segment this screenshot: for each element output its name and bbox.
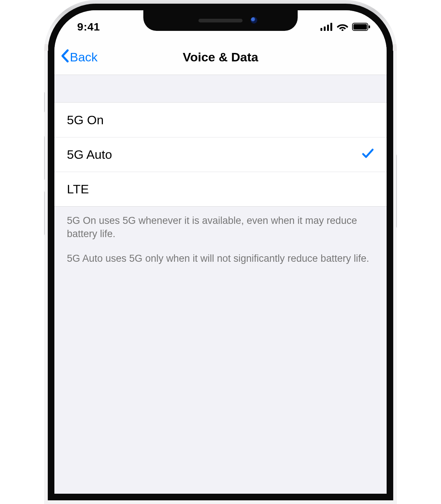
option-label: 5G Auto: [67, 147, 112, 162]
page-title: Voice & Data: [183, 50, 258, 64]
option-5g-on[interactable]: 5G On: [54, 103, 387, 137]
checkmark-icon: [362, 147, 374, 162]
wifi-icon: [337, 23, 348, 31]
volume-down-button: [44, 191, 45, 235]
footer-description: 5G On uses 5G whenever it is available, …: [54, 207, 387, 265]
group-spacer: [54, 75, 387, 102]
mute-switch: [44, 92, 45, 112]
svg-rect-2: [327, 25, 329, 31]
phone-frame: 9:41: [44, 0, 397, 504]
footer-paragraph-2: 5G Auto uses 5G only when it will not si…: [67, 252, 374, 265]
back-button[interactable]: Back: [60, 49, 98, 66]
chevron-left-icon: [60, 49, 69, 66]
svg-rect-6: [354, 24, 367, 30]
footer-paragraph-1: 5G On uses 5G whenever it is available, …: [67, 214, 374, 241]
svg-point-4: [341, 29, 343, 31]
svg-rect-7: [369, 25, 370, 28]
option-list: 5G On 5G Auto LTE: [54, 102, 387, 207]
svg-rect-0: [320, 28, 322, 31]
speaker-grille: [198, 19, 243, 22]
volume-up-button: [44, 136, 45, 180]
svg-rect-1: [324, 26, 326, 31]
phone-bezel: 9:41: [48, 4, 393, 500]
antenna-band-left: [44, 44, 48, 51]
status-time: 9:41: [71, 21, 100, 33]
content-area: 5G On 5G Auto LTE 5: [54, 75, 387, 494]
option-lte[interactable]: LTE: [54, 172, 387, 206]
svg-rect-3: [330, 23, 332, 31]
option-5g-auto[interactable]: 5G Auto: [54, 137, 387, 172]
screen: 9:41: [54, 10, 387, 494]
navigation-bar: Back Voice & Data: [54, 40, 387, 75]
power-button: [396, 154, 397, 228]
status-indicators: [320, 23, 370, 31]
back-label: Back: [70, 50, 98, 64]
front-camera: [251, 17, 257, 24]
battery-icon: [352, 23, 370, 31]
option-label: 5G On: [67, 113, 104, 127]
antenna-band-right: [393, 44, 397, 51]
cellular-signal-icon: [320, 23, 333, 31]
option-label: LTE: [67, 182, 89, 196]
notch: [143, 10, 298, 31]
